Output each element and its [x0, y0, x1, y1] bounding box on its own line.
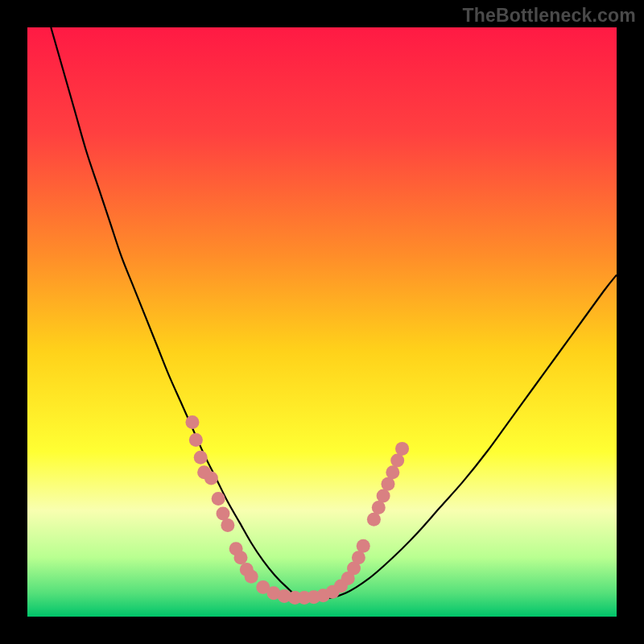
highlight-dot [357, 539, 370, 553]
highlight-dot [233, 551, 247, 564]
chart-svg [27, 27, 617, 617]
plot-area [27, 27, 617, 617]
highlight-dot [377, 489, 390, 502]
highlight-dot [367, 513, 381, 526]
highlight-dot [381, 477, 394, 491]
highlight-dot [212, 492, 225, 506]
highlight-dot [194, 451, 208, 464]
highlight-dot [386, 465, 399, 479]
chart-frame: TheBottleneck.com [0, 0, 644, 644]
highlight-dot [390, 454, 404, 468]
highlight-dot [245, 570, 258, 584]
highlight-dot [221, 518, 234, 532]
highlight-dot [204, 471, 218, 485]
highlight-dot [189, 433, 203, 447]
highlight-dot [395, 442, 409, 456]
highlight-dot [372, 501, 386, 514]
watermark-text: TheBottleneck.com [462, 5, 636, 27]
highlight-dot [352, 551, 365, 564]
gradient-background [27, 27, 617, 617]
highlight-dot [217, 506, 230, 520]
highlight-dot [185, 415, 199, 429]
